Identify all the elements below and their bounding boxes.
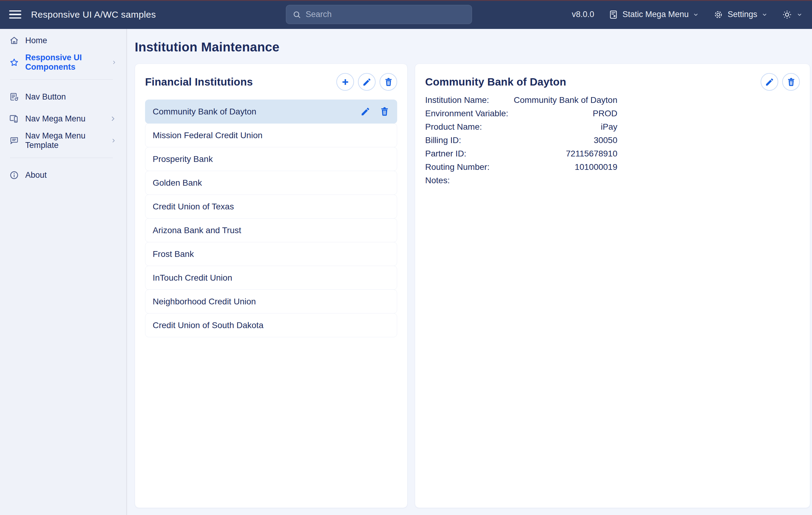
- edit-institution-button[interactable]: [358, 73, 376, 91]
- field-label: Routing Number:: [425, 162, 490, 172]
- card-actions: [336, 73, 397, 91]
- detail-field-row: Routing Number: 101000019: [425, 160, 617, 174]
- field-value: 30050: [593, 135, 617, 145]
- detail-field-row: Institution Name: Community Bank of Dayt…: [425, 93, 617, 107]
- sidebar: Home Responsive UI Components Nav Button: [0, 29, 127, 515]
- sidebar-item-nav-mega-menu[interactable]: Nav Mega Menu: [0, 108, 126, 130]
- menu-icon[interactable]: [9, 8, 21, 21]
- pencil-icon: [360, 107, 370, 116]
- topbar-right-group: v8.0.0 Static Mega Menu Settings: [572, 9, 803, 20]
- list-item[interactable]: Mission Federal Credit Union: [145, 123, 397, 147]
- sidebar-item-label: Home: [25, 36, 47, 45]
- institution-name: Credit Union of Texas: [153, 202, 234, 212]
- field-label: Billing ID:: [425, 135, 461, 145]
- gear-icon: [713, 9, 724, 20]
- chevron-down-icon: [796, 11, 803, 18]
- delete-row-button[interactable]: [380, 107, 389, 116]
- sidebar-item-about[interactable]: About: [0, 164, 126, 186]
- sidebar-item-nav-button[interactable]: Nav Button: [0, 86, 126, 108]
- list-item[interactable]: Golden Bank: [145, 171, 397, 195]
- detail-field-row: Partner ID: 72115678910: [425, 147, 617, 160]
- institutions-list: Community Bank of Dayton: [145, 100, 397, 337]
- list-item[interactable]: Neighborhood Credit Union: [145, 290, 397, 314]
- detail-field-row: Notes:: [425, 174, 617, 187]
- sidebar-item-label: Responsive UI Components: [25, 53, 105, 72]
- sidebar-item-nav-mega-menu-template[interactable]: Nav Mega Menu Template: [0, 130, 126, 152]
- sidebar-divider: [10, 158, 113, 158]
- settings-dropdown[interactable]: Settings: [713, 9, 768, 20]
- field-value: 72115678910: [566, 149, 617, 159]
- field-label: Institution Name:: [425, 95, 489, 105]
- mega-menu-label: Static Mega Menu: [622, 10, 689, 19]
- chevron-down-icon: [693, 11, 699, 18]
- detail-card-title: Community Bank of Dayton: [425, 76, 566, 88]
- list-item[interactable]: InTouch Credit Union: [145, 266, 397, 290]
- field-value: Community Bank of Dayton: [514, 95, 617, 105]
- list-item[interactable]: Frost Bank: [145, 242, 397, 266]
- trash-icon: [384, 77, 393, 87]
- list-item-selected[interactable]: Community Bank of Dayton: [145, 100, 397, 124]
- field-value: iPay: [601, 122, 617, 132]
- delete-detail-button[interactable]: [782, 73, 800, 91]
- institution-name: Arizona Bank and Trust: [153, 225, 241, 235]
- info-icon: [9, 170, 19, 180]
- chevron-right-icon: [109, 115, 117, 123]
- search-input[interactable]: [306, 10, 466, 19]
- trash-icon: [786, 77, 796, 87]
- list-item[interactable]: Arizona Bank and Trust: [145, 218, 397, 242]
- sidebar-item-label: About: [25, 170, 47, 180]
- delete-institution-button[interactable]: [380, 73, 397, 91]
- detail-field-row: Billing ID: 30050: [425, 134, 617, 147]
- card-title: Financial Institutions: [145, 76, 253, 88]
- plus-icon: [341, 77, 350, 87]
- home-icon: [9, 36, 19, 46]
- star-icon: [9, 57, 19, 67]
- list-item[interactable]: Credit Union of South Dakota: [145, 313, 397, 337]
- app-title: Responsive UI A/WC samples: [31, 9, 156, 20]
- field-value: PROD: [593, 109, 617, 118]
- settings-label: Settings: [727, 10, 757, 19]
- institution-name: Credit Union of South Dakota: [153, 321, 263, 330]
- row-actions: [360, 107, 389, 116]
- search-box[interactable]: [286, 5, 472, 24]
- institution-name: Frost Bank: [153, 249, 194, 259]
- page-title: Institution Maintenance: [135, 40, 810, 54]
- card-actions: [761, 73, 800, 91]
- detail-field-row: Product Name: iPay: [425, 120, 617, 134]
- chevron-right-icon: [111, 58, 117, 66]
- sidebar-item-label: Nav Button: [25, 92, 66, 102]
- detail-fields: Institution Name: Community Bank of Dayt…: [425, 93, 617, 187]
- sidebar-item-responsive-ui-components[interactable]: Responsive UI Components: [0, 51, 126, 73]
- sidebar-item-home[interactable]: Home: [0, 29, 126, 51]
- chevron-down-icon: [761, 11, 768, 18]
- mega-menu-icon: [608, 9, 618, 20]
- pencil-icon: [765, 77, 774, 87]
- field-label: Product Name:: [425, 122, 482, 132]
- top-app-bar: Responsive UI A/WC samples v8.0.0 Static…: [0, 0, 812, 29]
- edit-detail-button[interactable]: [761, 73, 778, 91]
- theme-dropdown[interactable]: [782, 9, 803, 20]
- sidebar-item-label: Nav Mega Menu Template: [25, 131, 104, 150]
- pencil-icon: [362, 77, 372, 87]
- mega-menu-dropdown[interactable]: Static Mega Menu: [608, 9, 699, 20]
- add-institution-button[interactable]: [336, 73, 354, 91]
- field-label: Partner ID:: [425, 149, 466, 159]
- list-item[interactable]: Credit Union of Texas: [145, 194, 397, 219]
- chevron-right-icon: [110, 137, 117, 144]
- chat-template-icon: [9, 136, 19, 146]
- sun-icon: [782, 9, 792, 20]
- list-item[interactable]: Prosperity Bank: [145, 147, 397, 171]
- detail-field-row: Environment Variable: PROD: [425, 107, 617, 120]
- sidebar-item-label: Nav Mega Menu: [25, 114, 85, 124]
- institution-name: Prosperity Bank: [153, 154, 213, 164]
- devices-icon: [9, 114, 19, 124]
- institution-name: Mission Federal Credit Union: [153, 131, 262, 140]
- institution-name: Golden Bank: [153, 178, 202, 188]
- sidebar-divider: [10, 79, 113, 80]
- edit-row-button[interactable]: [360, 107, 370, 116]
- field-label: Environment Variable:: [425, 109, 508, 118]
- field-value: 101000019: [575, 162, 617, 172]
- search-icon: [292, 10, 301, 19]
- institution-name: InTouch Credit Union: [153, 273, 232, 283]
- institution-name: Neighborhood Credit Union: [153, 297, 256, 306]
